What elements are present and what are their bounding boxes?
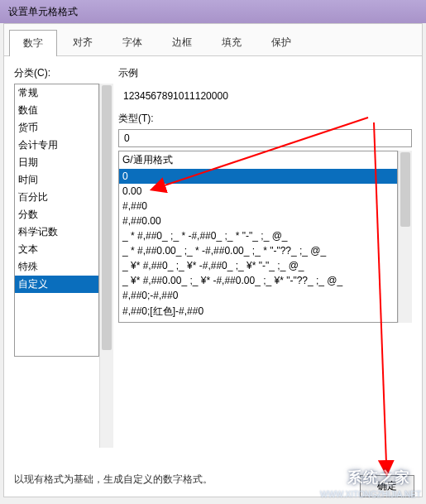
scrollbar-thumb[interactable] [102,85,112,350]
main-row: 分类(C): 常规数值货币会计专用日期时间百分比分数科学记数文本特殊自定义 示例… [14,66,412,448]
dialog-title: 设置单元格格式 [8,6,78,17]
tab-1[interactable]: 对齐 [59,29,107,55]
category-label: 分类(C): [14,66,113,80]
tab-0[interactable]: 数字 [9,30,57,56]
type-input[interactable] [118,129,412,147]
category-listbox[interactable]: 常规数值货币会计专用日期时间百分比分数科学记数文本特殊自定义 [14,84,99,357]
category-item[interactable]: 文本 [15,241,98,258]
dialog-title-bar: 设置单元格格式 [0,0,426,23]
format-item[interactable]: #,##0 [119,199,397,214]
category-item[interactable]: 分数 [15,206,98,223]
example-value: 1234567891011120000 [118,84,412,112]
category-item[interactable]: 常规 [15,84,98,102]
scrollbar-thumb[interactable] [400,152,410,227]
tab-5[interactable]: 保护 [257,29,305,55]
format-item[interactable]: #,##0;[红色]-#,##0 [119,303,397,320]
ok-button[interactable]: 确定 [360,475,414,497]
format-item[interactable]: #,##0.00 [119,214,397,228]
format-item[interactable]: #,##0.00;-#,##0.00 [119,320,397,323]
button-row: 确定 [360,475,414,497]
format-item[interactable]: 0 [119,169,397,184]
category-item[interactable]: 会计专用 [15,137,98,154]
example-label: 示例 [118,66,412,80]
category-item[interactable]: 数值 [15,102,98,119]
format-item[interactable]: _ ¥* #,##0_ ;_ ¥* -#,##0_ ;_ ¥* "-"_ ;_ … [119,258,397,273]
format-item[interactable]: #,##0;-#,##0 [119,288,397,303]
category-column: 分类(C): 常规数值货币会计专用日期时间百分比分数科学记数文本特殊自定义 [14,66,113,448]
tab-content: 分类(C): 常规数值货币会计专用日期时间百分比分数科学记数文本特殊自定义 示例… [4,56,422,497]
dialog-body: 数字对齐字体边框填充保护 分类(C): 常规数值货币会计专用日期时间百分比分数科… [3,23,423,497]
category-item[interactable]: 货币 [15,119,98,137]
format-listbox[interactable]: G/通用格式00.00#,##0#,##0.00_ * #,##0_ ;_ * … [118,151,398,323]
format-item[interactable]: _ ¥* #,##0.00_ ;_ ¥* -#,##0.00_ ;_ ¥* "-… [119,273,397,288]
tab-3[interactable]: 边框 [158,29,206,55]
category-item[interactable]: 百分比 [15,189,98,206]
format-item[interactable]: _ * #,##0.00_ ;_ * -#,##0.00_ ;_ * "-"??… [119,243,397,258]
category-item[interactable]: 科学记数 [15,223,98,241]
scrollbar[interactable] [99,84,113,448]
format-item[interactable]: G/通用格式 [119,151,397,169]
category-item[interactable]: 时间 [15,171,98,189]
hint-text: 以现有格式为基础，生成自定义的数字格式。 [14,473,412,487]
tabs-row: 数字对齐字体边框填充保护 [4,24,422,56]
scrollbar[interactable] [398,151,412,323]
category-item[interactable]: 日期 [15,154,98,171]
category-item[interactable]: 自定义 [15,276,98,293]
tab-4[interactable]: 填充 [208,29,256,55]
format-item[interactable]: 0.00 [119,184,397,199]
category-item[interactable]: 特殊 [15,258,98,276]
format-item[interactable]: _ * #,##0_ ;_ * -#,##0_ ;_ * "-"_ ;_ @_ [119,228,397,243]
tab-2[interactable]: 字体 [108,29,156,55]
right-column: 示例 1234567891011120000 类型(T): G/通用格式00.0… [118,66,412,448]
type-label: 类型(T): [118,112,412,126]
